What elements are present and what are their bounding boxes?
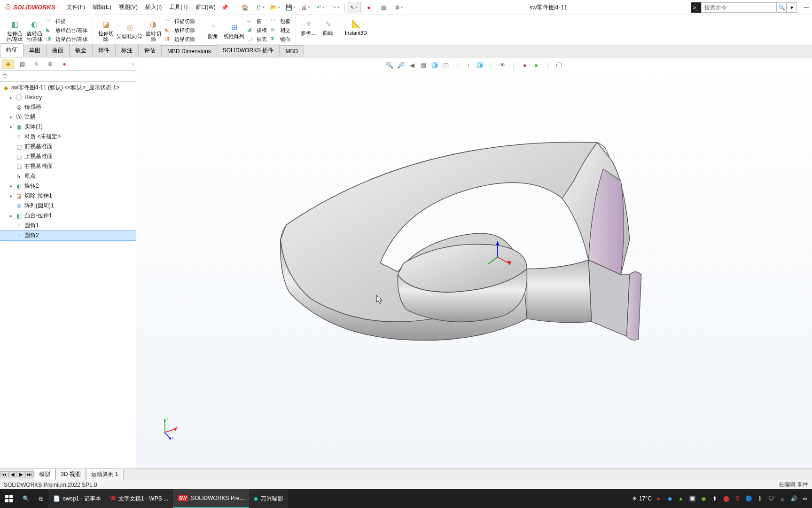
- menu-tools[interactable]: 工具(T): [166, 1, 190, 13]
- rib-button[interactable]: ▱筋: [245, 17, 269, 25]
- tab-sketch[interactable]: 草图: [23, 44, 47, 57]
- taskbar-notepad[interactable]: 📄swsp1 - 记事本: [48, 489, 106, 508]
- options-icon[interactable]: ▦: [377, 2, 391, 13]
- tab-plugin[interactable]: SOLIDWORKS 插件: [217, 44, 280, 57]
- rebuild-icon[interactable]: ●: [362, 2, 376, 13]
- tab-weldment[interactable]: 焊件: [92, 44, 116, 57]
- select-icon[interactable]: ↖▾: [347, 2, 361, 13]
- home-icon[interactable]: 🏠: [238, 2, 252, 13]
- tree-history[interactable]: ▸🕑History: [0, 93, 136, 102]
- search-taskbar-icon[interactable]: 🔍: [18, 489, 34, 508]
- boundary-boss-button[interactable]: ◨边界凸台/基体: [44, 35, 90, 43]
- graphics-area[interactable]: 🔍 🔎 ◀ ▦ 🧊 ◫ | ↕ 🧊 | 👁 | ● ● | 🖵: [136, 57, 812, 468]
- tab-motion[interactable]: 运动算例 1: [86, 468, 124, 480]
- tree-fillet1[interactable]: ◝圆角1: [0, 221, 136, 230]
- intersect-button[interactable]: ⊗相交: [269, 26, 292, 34]
- open-icon[interactable]: 📂▾: [268, 2, 282, 13]
- tab-surface[interactable]: 曲面: [46, 44, 70, 57]
- extrude-boss-button[interactable]: ◧拉伸凸 台/基体: [5, 17, 24, 43]
- search-button[interactable]: 🔍: [776, 2, 787, 13]
- mirror-button[interactable]: ⧗镜向: [269, 35, 292, 43]
- tree-solid[interactable]: ▸▣实体(1): [0, 122, 136, 132]
- tray-icon[interactable]: ◆: [665, 495, 674, 502]
- revolve-boss-button[interactable]: ◐旋转凸 台/基体: [24, 17, 44, 43]
- curves-button[interactable]: ∿曲线: [318, 17, 338, 37]
- revolve-cut-button[interactable]: ◑旋转切 除: [143, 17, 163, 43]
- pin-icon[interactable]: 📌: [221, 4, 228, 11]
- print-icon[interactable]: 🖨▾: [298, 2, 312, 13]
- tab-first-icon[interactable]: ⏮: [0, 471, 8, 477]
- tree-boss-extrude1[interactable]: ▸◧凸台-拉伸1: [0, 211, 136, 221]
- dim-tab-icon[interactable]: ⊕: [44, 59, 56, 69]
- redo-icon[interactable]: ↷▾: [328, 2, 343, 13]
- menu-insert[interactable]: 插入(I): [142, 1, 164, 13]
- menu-edit[interactable]: 编辑(E): [90, 1, 114, 13]
- rollback-bar[interactable]: [2, 240, 134, 241]
- tray-icon[interactable]: ●: [654, 495, 663, 502]
- tab-3dview[interactable]: 3D 视图: [55, 468, 86, 480]
- tab-mbd[interactable]: MBD: [279, 45, 304, 57]
- panel-collapse-icon[interactable]: ›: [132, 61, 134, 67]
- hole-wizard-button[interactable]: ◎异型孔向导: [116, 17, 143, 43]
- save-icon[interactable]: 💾▾: [283, 2, 297, 13]
- tree-fillet2[interactable]: ◝圆角2: [0, 230, 136, 240]
- fillet-button[interactable]: ◝圆角: [203, 17, 223, 43]
- taskview-icon[interactable]: ⊞: [34, 489, 48, 508]
- loft-cut-button[interactable]: ◣放样切除: [163, 26, 197, 34]
- tree-root[interactable]: ◆sw零件图4-11 (默认) <<默认>_显示状态 1>: [0, 83, 136, 93]
- tray-icon[interactable]: ∞: [801, 495, 809, 502]
- tab-evaluate[interactable]: 评估: [138, 44, 162, 57]
- tree-right-plane[interactable]: ◫右视基准面: [0, 161, 136, 171]
- tab-mbd-dimensions[interactable]: MBD Dimensions: [161, 45, 217, 57]
- instant3d-button[interactable]: 📐Instant3D: [344, 17, 368, 37]
- tab-prev-icon[interactable]: ◀: [8, 471, 17, 477]
- extrude-cut-button[interactable]: ◪拉伸切 除: [96, 17, 116, 43]
- feature-tree-tab-icon[interactable]: ◆: [2, 59, 14, 69]
- tab-annotate[interactable]: 标注: [115, 44, 139, 57]
- sweep-cut-button[interactable]: 〰扫描切除: [163, 17, 197, 25]
- start-button[interactable]: [0, 489, 18, 508]
- view-triad[interactable]: Y X Z: [155, 417, 179, 440]
- tree-top-plane[interactable]: ◫上视基准面: [0, 151, 136, 161]
- undo-icon[interactable]: ↶▾: [313, 2, 328, 13]
- tree-material[interactable]: ≡材质 <未指定>: [0, 132, 136, 142]
- menu-window[interactable]: 窗口(W): [193, 1, 219, 13]
- tray-icon[interactable]: 🔵: [744, 495, 753, 502]
- tree-cut-extrude1[interactable]: ▸◪切除-拉伸1: [0, 191, 136, 201]
- tree-front-plane[interactable]: ◫前视基准面: [0, 142, 136, 151]
- search-dropdown[interactable]: ▾: [787, 2, 797, 13]
- tray-icon[interactable]: 🛡: [767, 495, 775, 502]
- tray-icon[interactable]: ▲: [677, 495, 685, 502]
- appearance-tab-icon[interactable]: ●: [58, 59, 70, 69]
- config-tab-icon[interactable]: ⎘: [30, 59, 42, 69]
- linear-pattern-button[interactable]: ⊞线性阵列: [223, 17, 245, 43]
- tray-icon[interactable]: S: [733, 495, 742, 502]
- tree-origin[interactable]: ↳原点: [0, 171, 136, 181]
- search-input[interactable]: [701, 2, 776, 13]
- tray-icon[interactable]: ◉: [699, 495, 708, 502]
- taskbar-solidworks[interactable]: SWSOLIDWORKS Pre...: [173, 489, 249, 508]
- sweep-boss-button[interactable]: 〰扫描: [44, 17, 90, 25]
- wrap-button[interactable]: ◠包覆: [269, 17, 292, 25]
- tab-model[interactable]: 模型: [34, 468, 55, 480]
- tray-icon[interactable]: 🔲: [688, 495, 696, 502]
- taskbar-wanxing[interactable]: ◆万兴喵影: [249, 489, 288, 508]
- property-tab-icon[interactable]: ▤: [16, 59, 28, 69]
- weather-widget[interactable]: ☀17°C: [628, 495, 651, 502]
- filter-bar[interactable]: ▽: [0, 71, 136, 82]
- draft-button[interactable]: ◢拔模: [245, 26, 269, 34]
- tree-revolve2[interactable]: ▸◐旋转2: [0, 181, 136, 191]
- bluetooth-icon[interactable]: ᛒ: [756, 495, 764, 502]
- volume-icon[interactable]: 🔊: [789, 495, 798, 502]
- tree-annotations[interactable]: ▸Ⓐ注解: [0, 112, 136, 122]
- tab-next-icon[interactable]: ▶: [17, 471, 25, 477]
- tab-last-icon[interactable]: ⏭: [25, 471, 34, 477]
- tray-icon[interactable]: ▵: [778, 495, 787, 502]
- tray-icon[interactable]: ⬆: [710, 495, 719, 502]
- new-icon[interactable]: 🗋▾: [253, 2, 267, 13]
- tree-circular-pattern[interactable]: ⊛阵列(圆周)1: [0, 201, 136, 211]
- shell-button[interactable]: ▢抽壳: [245, 35, 269, 43]
- taskbar-wps[interactable]: W文字文稿1 - WPS ...: [106, 489, 173, 508]
- menu-file[interactable]: 文件(F): [64, 1, 88, 13]
- tree-sensors[interactable]: ◎传感器: [0, 102, 136, 112]
